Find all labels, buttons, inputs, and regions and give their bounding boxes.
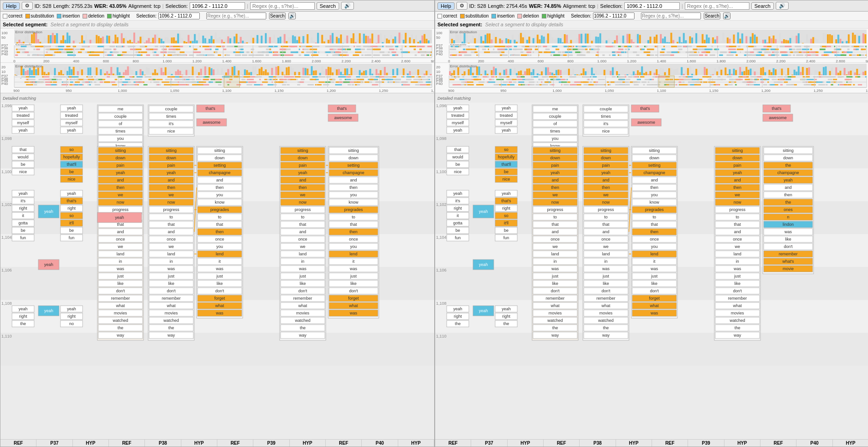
insertion-icon: [57, 14, 61, 18]
left-legend-correct: correct: [3, 13, 23, 18]
left-selection-area: Selection:: [136, 12, 200, 19]
left-legend-highlight: highlight: [107, 13, 130, 18]
right-selected-segment-label: Selected segment:: [437, 22, 482, 27]
right-search-button[interactable]: Search: [751, 2, 774, 10]
right-selection-input[interactable]: [624, 2, 680, 10]
left-panel: Help ⚙ ID: S28 Length: 2755.23s WER: 43.…: [0, 0, 435, 447]
right-col-p37: P37: [471, 440, 507, 447]
left-audio-area-button[interactable]: 🔊: [288, 12, 296, 19]
left-col-ref-p37: REF: [0, 440, 36, 447]
right-col-ref-p38: REF: [544, 440, 580, 447]
right-substitution-icon: [460, 14, 465, 18]
left-settings-button[interactable]: ⚙: [22, 2, 33, 10]
substitution-icon: [25, 14, 30, 18]
right-col-hyp-p39: HYP: [724, 440, 760, 447]
right-alignment-label: Alignment: tcp: [563, 3, 595, 9]
left-col-ref-p38: REF: [109, 440, 145, 447]
right-col-hyp-p40: HYP: [833, 440, 868, 447]
left-audio-button[interactable]: 🔊: [341, 2, 354, 10]
right-col-p38: P38: [580, 440, 616, 447]
highlight-icon: [107, 14, 112, 18]
left-selection-input[interactable]: [190, 2, 245, 10]
left-search-button[interactable]: Search: [317, 2, 339, 10]
right-deletion-icon: [517, 14, 522, 18]
right-selection-area: Selection:: [571, 12, 635, 19]
left-selection-label: Selection:: [166, 3, 188, 9]
right-wer-label: WER: 74.85%: [529, 3, 561, 9]
right-selected-hint: Select a segment to display details: [485, 22, 563, 27]
left-legend-deletion: deletion: [83, 13, 104, 18]
left-selected-segment-bar: Selected segment: Select a segment to di…: [0, 21, 434, 29]
left-legend-bar: correct substitution insertion deletion …: [0, 12, 434, 21]
left-detail-panel[interactable]: [0, 93, 434, 439]
left-col-p38: P38: [145, 440, 181, 447]
right-settings-button[interactable]: ⚙: [456, 2, 467, 10]
right-panel: Help ⚙ ID: S28 Length: 2754.45s WER: 74.…: [435, 0, 868, 447]
app-container: Help ⚙ ID: S28 Length: 2755.23s WER: 43.…: [0, 0, 868, 447]
right-id-label: ID: S28: [469, 3, 486, 9]
right-col-p39: P39: [688, 440, 724, 447]
right-audio-area-button[interactable]: 🔊: [723, 12, 730, 19]
left-col-p39: P39: [253, 440, 289, 447]
left-id-label: ID: S28: [35, 3, 52, 9]
left-legend-insertion: insertion: [57, 13, 80, 18]
right-bottom-labels: REF P37 HYP REF P38 HYP REF P39 HYP REF …: [435, 439, 868, 447]
right-selection-area-input[interactable]: [593, 12, 635, 19]
right-selected-segment-bar: Selected segment: Select a segment to di…: [435, 21, 868, 29]
left-col-hyp-p37: HYP: [73, 440, 109, 447]
right-help-button[interactable]: Help: [437, 2, 455, 10]
right-regex-area-input[interactable]: [641, 12, 701, 19]
right-col-ref-p39: REF: [652, 440, 688, 447]
left-length-label: Length: 2755.23s: [53, 3, 92, 9]
right-col-hyp-p37: HYP: [508, 440, 544, 447]
left-overview-wrapper: [0, 29, 434, 93]
right-regex-input[interactable]: [685, 2, 749, 10]
right-search-area-button[interactable]: Search: [704, 12, 720, 19]
left-regex-input[interactable]: [250, 2, 315, 10]
right-topbar: Help ⚙ ID: S28 Length: 2754.45s WER: 74.…: [435, 0, 868, 12]
right-insertion-icon: [491, 14, 496, 18]
right-bottom-overview[interactable]: [435, 63, 868, 93]
left-col-ref-p40: REF: [326, 440, 362, 447]
left-wer-label: WER: 43.05%: [94, 3, 126, 9]
right-col-p40: P40: [796, 440, 832, 447]
left-selected-hint: Select a segment to display details: [50, 22, 128, 27]
deletion-icon: [83, 14, 87, 18]
right-detail-main[interactable]: [435, 93, 868, 439]
right-length-label: Length: 2754.45s: [488, 3, 527, 9]
right-detail-panel[interactable]: [435, 93, 868, 439]
right-col-ref-p37: REF: [435, 440, 471, 447]
left-alignment-label: Alignment: tcp: [128, 3, 161, 9]
left-help-button[interactable]: Help: [3, 2, 20, 10]
left-topbar: Help ⚙ ID: S28 Length: 2755.23s WER: 43.…: [0, 0, 434, 12]
right-audio-button[interactable]: 🔊: [776, 2, 789, 10]
left-col-hyp-p38: HYP: [181, 440, 217, 447]
right-top-overview[interactable]: [435, 29, 868, 63]
left-col-hyp-p39: HYP: [290, 440, 326, 447]
left-col-hyp-p40: HYP: [398, 440, 434, 447]
right-legend-highlight: highlight: [542, 13, 564, 18]
left-col-ref-p39: REF: [217, 440, 253, 447]
correct-icon: [3, 14, 7, 18]
right-legend-insertion: insertion: [491, 13, 515, 18]
left-selection-area-input[interactable]: [158, 12, 200, 19]
left-search-area-button[interactable]: Search: [269, 12, 286, 19]
left-bottom-overview[interactable]: [0, 63, 434, 93]
right-legend-deletion: deletion: [517, 13, 539, 18]
right-highlight-icon: [542, 14, 546, 18]
left-top-overview[interactable]: [0, 29, 434, 63]
left-selected-segment-label: Selected segment:: [3, 22, 48, 27]
right-selection-area-label: Selection:: [571, 13, 591, 18]
left-col-p40: P40: [362, 440, 398, 447]
right-correct-icon: [437, 14, 442, 18]
left-regex-area-input[interactable]: [206, 12, 266, 19]
right-col-ref-p40: REF: [760, 440, 796, 447]
right-legend-substitution: substitution: [460, 13, 489, 18]
right-legend-bar: correct substitution insertion deletion …: [435, 12, 868, 21]
left-bottom-labels: REF P37 HYP REF P38 HYP REF P39 HYP REF …: [0, 439, 434, 447]
left-col-p37: P37: [36, 440, 72, 447]
right-legend-correct: correct: [437, 13, 457, 18]
right-overview-wrapper: [435, 29, 868, 93]
left-selection-area-label: Selection:: [136, 13, 156, 18]
left-detail-main[interactable]: [0, 93, 434, 439]
